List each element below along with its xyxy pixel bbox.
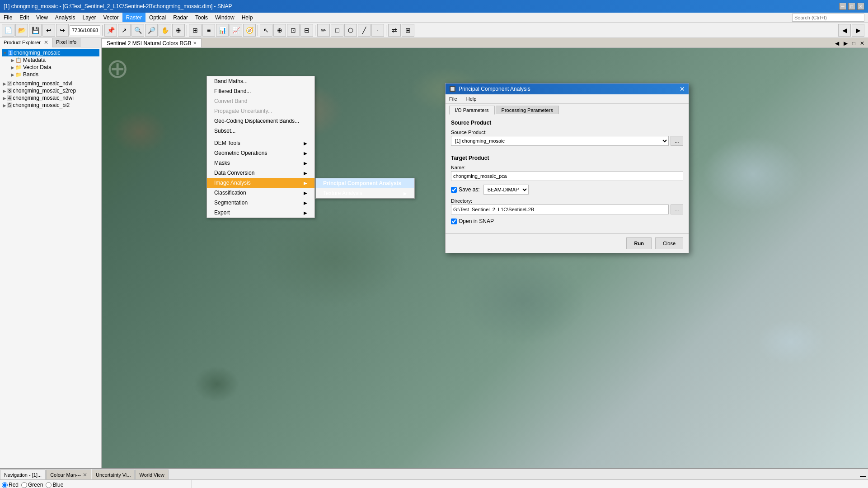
dialog-tab-processing[interactable]: Processing Parameters: [496, 106, 559, 114]
zoom-in-btn[interactable]: 🔍: [131, 24, 144, 37]
gcp-btn[interactable]: ⊞: [189, 24, 202, 37]
save-btn[interactable]: 💾: [29, 24, 42, 37]
green-radio[interactable]: [21, 482, 27, 488]
menu-radar[interactable]: Radar: [169, 13, 192, 22]
dialog-tab-io[interactable]: I/O Parameters: [449, 106, 495, 115]
open-snap-checkbox[interactable]: [451, 218, 457, 224]
tab-world-view[interactable]: World View: [135, 469, 168, 479]
tree-item-vector-data[interactable]: ▶ 📁 Vector Data: [2, 64, 99, 71]
pointer-btn[interactable]: ↖: [260, 24, 272, 37]
tab-sentinel-rgb[interactable]: Sentinel 2 MSI Natural Colors RGB ✕: [102, 38, 202, 47]
pin-btn[interactable]: 📌: [104, 24, 117, 37]
menu-dem-tools[interactable]: DEM Tools ▶: [207, 138, 314, 148]
tab-pixel-info[interactable]: Pixel Info: [52, 38, 80, 47]
menu-image-analysis[interactable]: Image Analysis ▶ Principal Component Ana…: [207, 178, 314, 188]
tree-item-metadata[interactable]: ▶ 📋 Metadata: [2, 56, 99, 64]
zoom-orig-btn[interactable]: ⊟: [300, 24, 313, 37]
expand-metadata[interactable]: ▶: [11, 58, 14, 63]
stat-btn[interactable]: 📊: [216, 24, 229, 37]
format-select[interactable]: BEAM-DIMAP: [483, 185, 529, 195]
expand-p4[interactable]: ▶: [3, 96, 6, 101]
close-button[interactable]: ✕: [857, 3, 864, 10]
menu-optical[interactable]: Optical: [145, 13, 169, 22]
tree-item-p5[interactable]: ▶ 5 chongming_mosaic_bi2: [2, 102, 99, 109]
undo-btn[interactable]: ↩: [42, 24, 55, 37]
menu-export[interactable]: Export ▶: [207, 208, 314, 218]
source-product-select[interactable]: [1] chongming_mosaic: [451, 136, 669, 146]
blue-radio-label[interactable]: Blue: [46, 482, 63, 488]
menu-data-conversion[interactable]: Data Conversion ▶: [207, 168, 314, 178]
expand-vector[interactable]: ▶: [11, 65, 14, 70]
dialog-menu-help[interactable]: Help: [464, 95, 479, 102]
maximize-button[interactable]: □: [848, 3, 855, 10]
expand-p2[interactable]: ▶: [3, 81, 6, 86]
close-button-dialog[interactable]: Close: [655, 237, 683, 249]
blue-radio[interactable]: [46, 482, 52, 488]
select-btn[interactable]: ⊕: [172, 24, 185, 37]
expand-root[interactable]: ▼: [3, 51, 7, 56]
scroll-left[interactable]: ◀: [838, 24, 851, 37]
minimize-button[interactable]: ─: [839, 3, 846, 10]
directory-browse-btn[interactable]: ...: [671, 204, 683, 214]
source-browse-btn[interactable]: ...: [671, 136, 683, 146]
menu-file[interactable]: File: [0, 13, 16, 22]
nav-btn[interactable]: 🧭: [243, 24, 256, 37]
scroll-right[interactable]: ▶: [852, 24, 864, 37]
tree-item-p3[interactable]: ▶ 3 chongming_mosaic_s2rep: [2, 87, 99, 94]
menu-tools[interactable]: Tools: [192, 13, 211, 22]
draw-btn[interactable]: ✏: [317, 24, 330, 37]
expand-bands[interactable]: ▶: [11, 72, 14, 77]
panel-minimize-btn[interactable]: —: [858, 472, 868, 479]
zoom-fit-btn[interactable]: ⊡: [287, 24, 300, 37]
tab-uncertainty[interactable]: Uncertainty Vi...: [92, 469, 135, 479]
colour-man-close[interactable]: ✕: [83, 472, 87, 478]
menu-texture[interactable]: Texture Analysis ▶: [316, 188, 414, 198]
cursor-btn[interactable]: ↗: [118, 24, 131, 37]
menu-band-maths[interactable]: Band Maths...: [207, 76, 314, 86]
menu-segmentation[interactable]: Segmentation ▶: [207, 198, 314, 208]
pt-btn[interactable]: ·: [371, 24, 384, 37]
menu-raster[interactable]: Raster: [122, 13, 145, 22]
menu-geometric[interactable]: Geometric Operations ▶: [207, 148, 314, 158]
menu-masks[interactable]: Masks ▶: [207, 158, 314, 168]
menu-edit[interactable]: Edit: [16, 13, 33, 22]
green-radio-label[interactable]: Green: [21, 482, 43, 488]
tab-navigation[interactable]: Navigation - [1]...: [0, 469, 46, 479]
pan-btn[interactable]: ✋: [159, 24, 171, 37]
red-radio-label[interactable]: Red: [2, 482, 19, 488]
layer-btn[interactable]: ≡: [202, 24, 215, 37]
expand-p3[interactable]: ▶: [3, 88, 6, 93]
directory-input[interactable]: [451, 204, 669, 214]
menu-classification[interactable]: Classification ▶: [207, 188, 314, 198]
tree-item-p4[interactable]: ▶ 4 chongming_mosaic_ndwi: [2, 94, 99, 102]
name-input[interactable]: [451, 171, 683, 181]
tab-colour-man[interactable]: Colour Man--- ✕: [46, 469, 91, 479]
search-input[interactable]: [792, 14, 864, 22]
menu-geocoding[interactable]: Geo-Coding Displacement Bands...: [207, 116, 314, 126]
menu-analysis[interactable]: Analysis: [52, 13, 79, 22]
line-btn[interactable]: ╱: [358, 24, 371, 37]
menu-help[interactable]: Help: [238, 13, 257, 22]
tree-item-p2[interactable]: ▶ 2 chongming_mosaic_ndvi: [2, 80, 99, 87]
tab-scroll-left[interactable]: ◀: [833, 40, 841, 46]
menu-pca[interactable]: Principal Component Analysis: [316, 178, 414, 188]
expand-p5[interactable]: ▶: [3, 103, 6, 108]
menu-subset[interactable]: Subset...: [207, 126, 314, 136]
menu-layer[interactable]: Layer: [79, 13, 100, 22]
tab-close-all[interactable]: ✕: [858, 40, 866, 46]
tree-item-root[interactable]: ▼ 1 chongming_mosaic: [2, 49, 99, 56]
poly-btn[interactable]: ⬡: [344, 24, 357, 37]
rect-btn[interactable]: □: [331, 24, 343, 37]
tab-product-explorer[interactable]: Product Explorer ✕: [0, 38, 52, 47]
dialog-close-x[interactable]: ✕: [680, 85, 685, 93]
save-as-checkbox[interactable]: [451, 187, 457, 193]
tree-item-bands[interactable]: ▶ 📁 Bands: [2, 71, 99, 78]
run-button[interactable]: Run: [626, 237, 651, 249]
tab-scroll-right[interactable]: ▶: [842, 40, 849, 46]
move-btn[interactable]: ⊕: [273, 24, 286, 37]
menu-view[interactable]: View: [33, 13, 52, 22]
zoom-out-btn[interactable]: 🔎: [145, 24, 158, 37]
product-explorer-close[interactable]: ✕: [44, 39, 48, 46]
redo-btn[interactable]: ↪: [56, 24, 69, 37]
dialog-menu-file[interactable]: File: [446, 95, 460, 102]
